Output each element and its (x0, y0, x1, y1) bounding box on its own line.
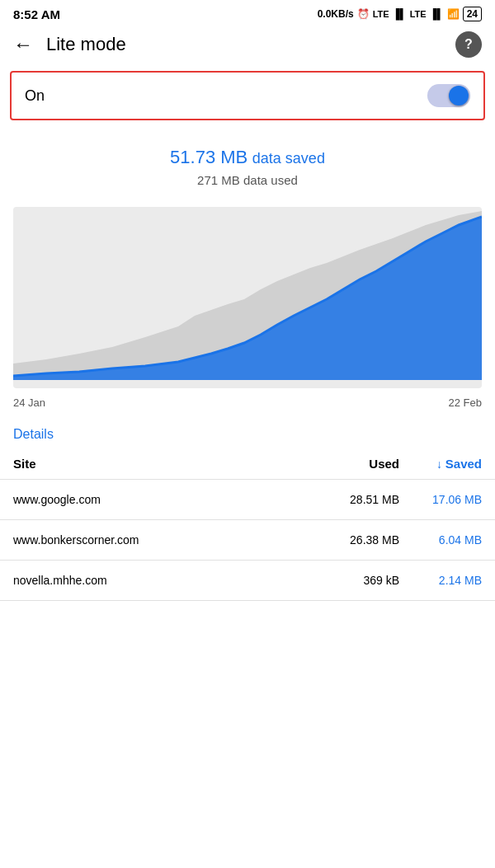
cell-saved: 17.06 MB (399, 493, 482, 506)
table-row: www.google.com 28.51 MB 17.06 MB (0, 480, 495, 520)
col-header-used: Used (317, 457, 399, 471)
col-header-site: Site (13, 457, 317, 471)
battery-level: 24 (463, 7, 482, 21)
network-speed: 0.0KB/s (318, 8, 354, 20)
lte2-icon: LTE (410, 9, 427, 19)
chart-svg (13, 207, 482, 388)
cell-site: www.bonkerscorner.com (13, 533, 317, 547)
back-button[interactable]: ← (13, 35, 33, 54)
table-header: Site Used ↓ Saved (0, 448, 495, 480)
chart-end-date: 22 Feb (449, 396, 482, 409)
data-used-line: 271 MB data used (13, 173, 482, 187)
cell-used: 26.38 MB (317, 533, 399, 547)
page-title: Lite mode (46, 34, 455, 55)
app-bar: ← Lite mode ? (0, 25, 495, 64)
chart-labels: 24 Jan 22 Feb (0, 392, 495, 414)
lite-mode-toggle-row[interactable]: On (10, 71, 485, 120)
wifi-icon: 📶 (447, 8, 460, 20)
chart-start-date: 24 Jan (13, 396, 45, 409)
status-bar: 8:52 AM 0.0KB/s ⏰ LTE ▐▌ LTE ▐▌ 📶 24 (0, 0, 495, 25)
help-button[interactable]: ? (455, 31, 482, 58)
signal-icon1: ▐▌ (393, 8, 407, 20)
col-header-saved: ↓ Saved (399, 457, 482, 471)
details-link[interactable]: Details (0, 414, 495, 448)
toggle-switch[interactable] (427, 84, 470, 107)
cell-saved: 6.04 MB (399, 533, 482, 547)
cell-used: 28.51 MB (317, 493, 399, 506)
down-arrow-icon: ↓ (436, 457, 446, 471)
cell-saved: 2.14 MB (399, 574, 482, 587)
table-row: novella.mhhe.com 369 kB 2.14 MB (0, 561, 495, 601)
data-saved-amount: 51.73 MB (170, 147, 248, 167)
toggle-track (427, 84, 470, 107)
toggle-label: On (25, 87, 45, 105)
data-saved-text: data saved (252, 150, 325, 167)
alarm-icon: ⏰ (357, 8, 370, 20)
saved-header-text: Saved (446, 457, 482, 471)
data-summary: 51.73 MB data saved 271 MB data used (0, 127, 495, 200)
data-chart (13, 207, 482, 388)
table-row: www.bonkerscorner.com 26.38 MB 6.04 MB (0, 520, 495, 561)
toggle-thumb (449, 86, 469, 106)
lte-icon: LTE (373, 9, 389, 19)
status-time: 8:52 AM (13, 7, 60, 21)
data-saved-line: 51.73 MB data saved (13, 147, 482, 168)
table-rows: www.google.com 28.51 MB 17.06 MB www.bon… (0, 480, 495, 601)
cell-site: novella.mhhe.com (13, 574, 317, 587)
signal-icon2: ▐▌ (430, 8, 444, 20)
status-icons: 0.0KB/s ⏰ LTE ▐▌ LTE ▐▌ 📶 24 (318, 7, 482, 21)
cell-used: 369 kB (317, 574, 399, 587)
cell-site: www.google.com (13, 493, 317, 506)
